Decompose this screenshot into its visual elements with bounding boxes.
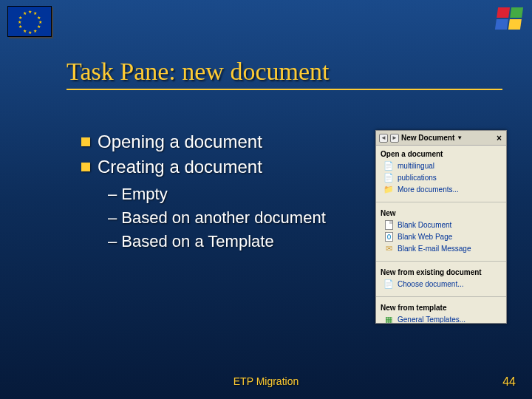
tp-link[interactable]: 📄multilingual (381, 160, 502, 171)
sub-bullet: – Empty (108, 185, 347, 204)
tp-link[interactable]: 📄Choose document... (381, 278, 502, 290)
sub-bullet: – Based on a Template (108, 232, 347, 251)
task-pane: ◄ ► New Document ▼ × Open a document 📄mu… (375, 130, 507, 324)
tp-link[interactable]: Blank Document (381, 219, 502, 231)
eu-flag-icon: ★★ ★★ ★★ ★★ ★★ ★★ (7, 6, 52, 37)
tp-link-label: Blank Document (398, 221, 451, 229)
page-number: 44 (502, 375, 516, 389)
tp-link-label: Choose document... (398, 280, 464, 288)
tp-link[interactable]: 📄publications (381, 171, 502, 183)
mail-icon: ✉ (383, 243, 394, 253)
bullet-icon (81, 163, 90, 171)
windows-logo-icon (495, 7, 523, 30)
close-icon[interactable]: × (495, 133, 503, 143)
footer-text: ETP Migration (0, 375, 532, 387)
slide-body: Opening a document Creating a document –… (81, 132, 347, 256)
tp-link[interactable]: ✉Blank E-mail Message (381, 242, 502, 254)
folder-icon: 📁 (383, 184, 394, 194)
task-pane-header: ◄ ► New Document ▼ × (376, 131, 506, 146)
bullet-item: Opening a document (81, 132, 347, 152)
tp-link[interactable]: ▦General Templates... (381, 313, 502, 324)
dropdown-icon[interactable]: ▼ (457, 134, 463, 141)
tp-section-existing: New from existing document 📄Choose docum… (376, 264, 506, 294)
slide: ★★ ★★ ★★ ★★ ★★ ★★ Task Pane: new documen… (0, 0, 532, 399)
document-icon: 📄 (383, 160, 394, 171)
tp-section-title: New from template (381, 304, 502, 312)
divider (376, 202, 506, 202)
tp-link-more[interactable]: 📁More documents... (381, 183, 502, 195)
tp-link-label: multilingual (398, 162, 434, 170)
tp-link-label: More documents... (398, 185, 459, 194)
bullet-text: Opening a document (98, 132, 262, 152)
document-icon (383, 219, 394, 230)
document-icon: 📄 (383, 172, 394, 183)
tp-section-title: New (381, 209, 502, 217)
template-icon: ▦ (383, 314, 394, 324)
tp-link-label: Blank Web Page (398, 233, 452, 241)
web-icon (383, 231, 394, 242)
bullet-icon (81, 137, 90, 146)
tp-link-label: General Templates... (398, 316, 466, 324)
divider (376, 261, 506, 262)
sub-bullets: – Empty – Based on another document – Ba… (108, 185, 347, 251)
slide-title: Task Pane: new document (66, 58, 502, 90)
tp-link[interactable]: Blank Web Page (381, 231, 502, 242)
back-icon[interactable]: ◄ (379, 134, 388, 143)
tp-section-title: Open a document (381, 150, 502, 158)
tp-section-template: New from template ▦General Templates... … (376, 299, 506, 324)
bullet-item: Creating a document (81, 157, 347, 177)
document-icon: 📄 (383, 279, 394, 289)
bullet-text: Creating a document (98, 157, 262, 177)
divider (376, 296, 506, 297)
tp-link-label: publications (398, 174, 437, 182)
task-pane-title: New Document (401, 134, 454, 142)
tp-section-open: Open a document 📄multilingual 📄publicati… (376, 146, 506, 200)
tp-section-new: New Blank Document Blank Web Page ✉Blank… (376, 205, 506, 259)
sub-bullet: – Based on another document (108, 208, 347, 228)
tp-section-title: New from existing document (381, 268, 502, 276)
forward-icon[interactable]: ► (390, 134, 399, 143)
tp-link-label: Blank E-mail Message (398, 245, 471, 253)
